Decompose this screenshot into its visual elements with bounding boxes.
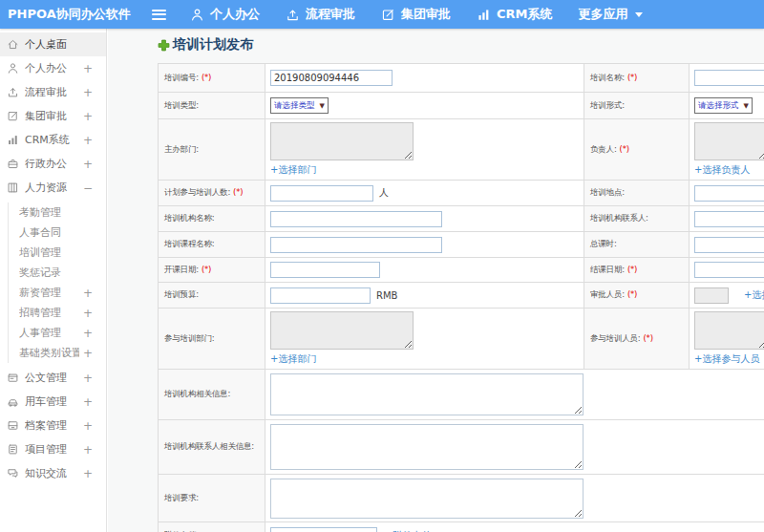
required-mark: (*) [202,73,211,82]
expand-plus-icon[interactable]: + [83,372,93,385]
sidebar-subitem-attendance[interactable]: 考勤管理 [9,202,106,223]
form-row: 培训预算:RMB审批人员:(*)+选择审批人员 [159,283,764,309]
sidebar-subitem-label: 人事管理 [19,326,79,340]
expand-plus-icon[interactable]: + [83,395,93,409]
sidebar-subitem-salary[interactable]: 薪资管理+ [9,283,106,303]
sidebar-subitem-rewards[interactable]: 奖惩记录 [9,263,106,283]
form-row: 参与培训部门:+选择部门参与培训人员:(*)+选择参与人员 [159,309,764,370]
training-name-input[interactable] [694,70,764,86]
org-name-label: 培训机构名称: [159,206,265,232]
select-caret-icon: ▼ [320,102,325,110]
org-info-textarea[interactable] [270,373,584,415]
expand-plus-icon[interactable]: + [83,327,93,340]
join-people-textarea[interactable] [694,311,764,350]
project-icon [7,443,19,456]
sidebar-item-group-approval[interactable]: 集团审批+ [0,104,106,128]
sidebar-submenu-hr: 考勤管理人事合同培训管理奖惩记录薪资管理+招聘管理+人事管理+基础类别设置+ [8,202,106,363]
form-row: 培训编号:(*)培训名称:(*) [159,64,764,93]
sidebar-subitem-base-category[interactable]: 基础类别设置+ [9,343,106,363]
sidebar-item-archive-mgmt[interactable]: 档案管理+ [0,414,106,437]
form-row: 培训课程名称:总课时: [159,232,764,258]
end-date-input[interactable] [694,262,764,278]
required-mark: (*) [627,289,637,299]
leader-textarea[interactable] [694,122,764,160]
sidebar-item-workflow-approval[interactable]: 流程审批+ [0,80,106,104]
budget-input[interactable] [270,287,371,304]
chat-icon [7,467,19,479]
user-icon [7,62,19,74]
sidebar-subitem-training[interactable]: 培训管理 [9,243,106,263]
training-type-select[interactable]: 请选择类型▼ [270,97,329,114]
expand-plus-icon[interactable]: + [83,287,93,300]
sidebar-item-doc-mgmt[interactable]: 公文管理+ [0,366,106,390]
approver-label: 审批人员:(*) [584,283,690,309]
training-no-field [265,64,584,93]
sidebar-item-personal-desktop[interactable]: 个人桌面 [0,32,106,56]
expand-plus-icon[interactable]: + [83,62,93,75]
nav-item-group-approval[interactable]: 集团审批 [381,6,451,23]
requirements-label: 培训要求: [159,475,265,522]
planned-count-input[interactable] [270,185,373,202]
expand-plus-icon[interactable]: + [83,158,93,171]
join-depts-textarea[interactable] [270,311,414,350]
join-people-link[interactable]: +选择参与人员 [694,353,759,364]
expand-plus-icon[interactable]: + [83,134,93,147]
join-people-field: +选择参与人员 [690,309,764,370]
sidebar-item-vehicle-mgmt[interactable]: 用车管理+ [0,390,106,414]
location-input[interactable] [694,185,764,202]
training-no-input[interactable] [270,70,393,86]
hamburger-icon[interactable] [152,10,166,20]
total-hours-input[interactable] [694,237,764,253]
sidebar-item-project-mgmt[interactable]: 项目管理+ [0,437,106,461]
host-dept-textarea[interactable] [270,122,414,160]
sidebar-item-label: 用车管理 [25,394,79,409]
sidebar-item-hr[interactable]: 人力资源− [0,176,106,200]
host-dept-link[interactable]: +选择部门 [270,164,316,175]
nav-item-personal-office[interactable]: 个人办公 [190,6,260,23]
expand-plus-icon[interactable]: + [83,307,93,320]
expand-plus-icon[interactable]: + [83,419,93,433]
user-icon [190,8,204,22]
top-navbar: PHPOA协同办公软件 个人办公流程审批集团审批CRM系统更多应用 [0,0,764,29]
sidebar-subitem-recruitment[interactable]: 招聘管理+ [9,303,106,323]
expand-plus-icon[interactable]: + [83,467,93,480]
org-contact-input[interactable] [694,211,764,227]
required-mark: (*) [202,265,211,274]
sidebar-subitem-hr-contract[interactable]: 人事合同 [9,223,106,243]
approver-input[interactable] [694,287,729,304]
host-dept-field: +选择部门 [265,119,584,181]
attachment-input[interactable] [270,527,377,532]
nav-item-crm[interactable]: CRM系统 [477,6,553,23]
training-form-select[interactable]: 请选择形式▼ [694,97,753,114]
expand-plus-icon[interactable]: + [83,347,93,360]
approver-link[interactable]: +选择审批人员 [744,288,764,302]
nav-item-label: 个人办公 [210,6,260,23]
sidebar-item-personal-office[interactable]: 个人办公+ [0,56,106,80]
home-icon [7,38,19,51]
attachment-link[interactable]: +附件上传 [385,529,431,532]
sidebar-item-knowledge[interactable]: 知识交流+ [0,461,106,485]
org-name-input[interactable] [270,211,442,227]
sidebar-item-crm[interactable]: CRM系统+ [0,128,106,152]
collapse-minus-icon[interactable]: − [83,181,93,195]
expand-plus-icon[interactable]: + [83,110,93,123]
org-contact-label: 培训机构联系人: [584,206,690,232]
upload-icon [7,86,19,98]
sidebar-subitem-personnel[interactable]: 人事管理+ [9,323,106,343]
expand-plus-icon[interactable]: + [83,443,93,457]
sidebar-item-admin-office[interactable]: 行政办公+ [0,152,106,176]
org-contact-info-textarea[interactable] [270,424,584,470]
nav-item-workflow-approval[interactable]: 流程审批 [286,6,355,23]
required-mark: (*) [233,187,243,197]
course-name-field [265,232,584,258]
course-name-input[interactable] [270,237,442,253]
org-contact-info-label: 培训机构联系人相关信息: [159,420,265,475]
requirements-textarea[interactable] [270,479,584,519]
nav-item-more-apps[interactable]: 更多应用 [579,6,643,23]
end-date-label: 结课日期:(*) [584,258,690,283]
expand-plus-icon[interactable]: + [83,86,93,99]
briefcase-icon [7,158,19,170]
start-date-input[interactable] [270,262,380,278]
join-depts-link[interactable]: +选择部门 [270,353,316,364]
leader-link[interactable]: +选择负责人 [694,164,750,175]
